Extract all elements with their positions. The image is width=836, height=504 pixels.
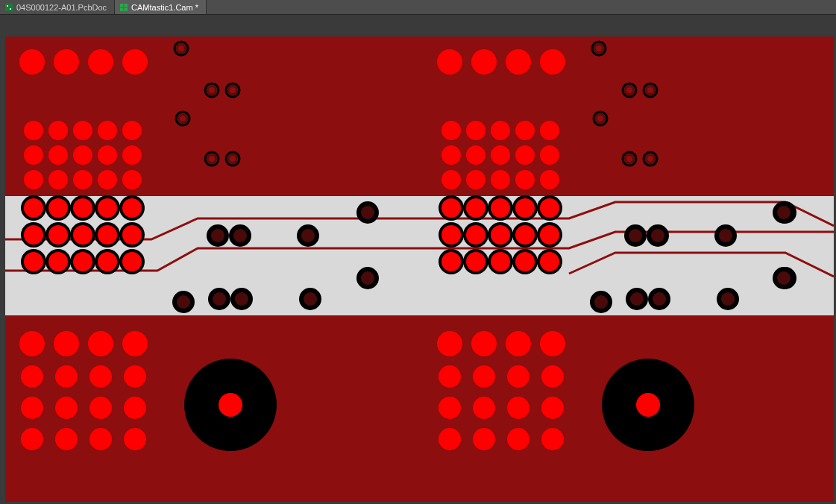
svg-point-102 <box>21 397 43 419</box>
svg-point-107 <box>55 428 78 450</box>
svg-point-190 <box>653 292 666 306</box>
svg-point-95 <box>54 331 79 356</box>
svg-point-178 <box>540 252 559 271</box>
svg-point-180 <box>594 295 608 309</box>
svg-point-59 <box>48 225 68 245</box>
svg-point-112 <box>437 49 462 75</box>
svg-point-11 <box>88 49 113 75</box>
cam-canvas-wrap <box>0 15 836 504</box>
svg-point-87 <box>235 292 248 306</box>
svg-point-31 <box>24 121 43 140</box>
svg-point-9 <box>19 49 45 75</box>
tab-camtastic[interactable]: CAMtastic1.Cam * <box>115 0 207 14</box>
svg-rect-4 <box>125 4 128 7</box>
svg-point-176 <box>515 252 535 271</box>
svg-point-36 <box>24 145 43 165</box>
svg-point-47 <box>24 198 43 218</box>
pcb-doc-icon <box>4 3 13 12</box>
svg-point-216 <box>777 206 791 219</box>
tab-label: CAMtastic1.Cam * <box>131 3 198 12</box>
cam-canvas[interactable] <box>2 17 834 502</box>
svg-point-89 <box>304 292 317 306</box>
svg-rect-5 <box>120 7 124 11</box>
svg-point-130 <box>626 156 632 162</box>
svg-point-211 <box>507 428 529 450</box>
svg-point-91 <box>361 206 374 219</box>
svg-point-69 <box>48 252 68 271</box>
svg-point-35 <box>122 121 142 140</box>
svg-point-124 <box>647 87 653 93</box>
svg-point-166 <box>515 225 535 245</box>
svg-point-160 <box>441 225 461 245</box>
svg-point-182 <box>629 229 642 242</box>
svg-point-201 <box>439 365 461 388</box>
svg-point-38 <box>73 145 92 165</box>
svg-point-67 <box>24 252 43 271</box>
tab-pcbdoc[interactable]: 04S000122-A01.PcbDoc <box>0 0 115 14</box>
svg-point-134 <box>441 121 461 140</box>
svg-point-18 <box>209 87 215 93</box>
svg-point-96 <box>88 331 113 356</box>
svg-point-170 <box>441 252 461 271</box>
svg-point-156 <box>515 198 535 218</box>
svg-point-188 <box>630 292 644 306</box>
svg-point-172 <box>466 252 485 271</box>
svg-point-143 <box>540 145 559 165</box>
svg-point-164 <box>491 225 510 245</box>
svg-point-40 <box>122 145 142 165</box>
svg-point-21 <box>230 87 236 93</box>
svg-point-168 <box>540 225 559 245</box>
svg-point-44 <box>98 170 117 189</box>
svg-point-75 <box>122 252 142 271</box>
svg-point-99 <box>55 365 78 388</box>
svg-point-103 <box>55 397 78 419</box>
svg-point-100 <box>89 365 112 388</box>
svg-point-71 <box>73 252 92 271</box>
svg-point-206 <box>473 397 495 419</box>
svg-point-146 <box>491 170 510 189</box>
svg-point-34 <box>98 121 117 140</box>
svg-point-85 <box>213 292 226 306</box>
svg-point-197 <box>437 331 462 356</box>
svg-point-198 <box>471 331 497 356</box>
cam-doc-icon <box>119 3 128 12</box>
svg-point-65 <box>122 225 142 245</box>
svg-point-98 <box>21 365 43 388</box>
svg-point-204 <box>541 365 564 388</box>
svg-point-145 <box>466 170 485 189</box>
svg-point-12 <box>122 49 148 75</box>
svg-rect-1 <box>7 5 8 7</box>
document-tab-bar: 04S000122-A01.PcbDoc CAMtastic1.Cam * <box>0 0 836 15</box>
svg-point-200 <box>540 331 565 356</box>
svg-point-203 <box>507 365 529 388</box>
svg-point-142 <box>515 145 535 165</box>
svg-point-148 <box>540 170 559 189</box>
svg-point-214 <box>636 393 660 417</box>
svg-point-184 <box>651 229 664 242</box>
svg-point-27 <box>209 156 215 162</box>
svg-point-55 <box>122 198 142 218</box>
svg-point-133 <box>647 156 653 162</box>
svg-point-141 <box>491 145 510 165</box>
svg-point-51 <box>73 198 92 218</box>
svg-point-109 <box>124 428 146 450</box>
svg-point-73 <box>98 252 117 271</box>
svg-point-104 <box>89 397 112 419</box>
svg-point-158 <box>540 198 559 218</box>
svg-point-79 <box>211 229 224 242</box>
svg-point-77 <box>177 295 190 309</box>
svg-point-101 <box>124 365 146 388</box>
svg-point-136 <box>491 121 510 140</box>
svg-rect-6 <box>125 7 128 11</box>
svg-point-121 <box>626 87 632 93</box>
svg-point-42 <box>48 170 68 189</box>
svg-point-30 <box>230 156 236 162</box>
svg-point-93 <box>361 271 374 285</box>
svg-point-63 <box>98 225 117 245</box>
svg-point-140 <box>466 145 485 165</box>
svg-point-127 <box>597 116 603 122</box>
svg-point-199 <box>506 331 531 356</box>
svg-point-115 <box>540 49 565 75</box>
svg-point-94 <box>19 331 45 356</box>
svg-point-43 <box>73 170 92 189</box>
